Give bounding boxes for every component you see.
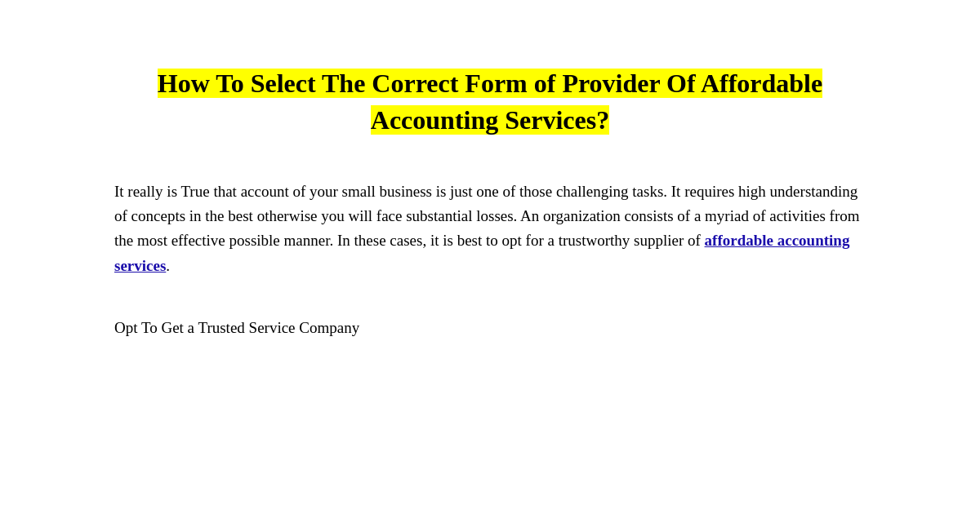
body-paragraph: It really is True that account of your s… <box>114 179 866 279</box>
body-text-container: It really is True that account of your s… <box>114 179 866 279</box>
title-container: How To Select The Correct Form of Provid… <box>114 65 866 139</box>
subheading: Opt To Get a Trusted Service Company <box>114 319 866 337</box>
page-title: How To Select The Correct Form of Provid… <box>114 65 866 139</box>
paragraph-suffix: . <box>166 257 170 274</box>
page-container: How To Select The Correct Form of Provid… <box>0 0 980 514</box>
subheading-container: Opt To Get a Trusted Service Company <box>114 319 866 337</box>
